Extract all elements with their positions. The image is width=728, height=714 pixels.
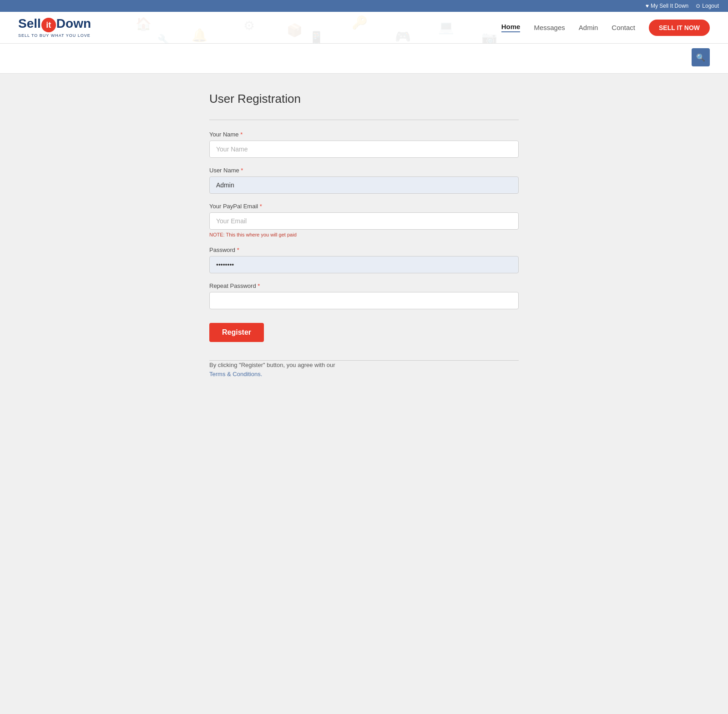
repeat-password-input[interactable] [209, 292, 519, 309]
paypal-note: NOTE: This this where you will get paid [209, 232, 519, 237]
register-button[interactable]: Register [209, 323, 264, 342]
paypal-email-input[interactable] [209, 212, 519, 230]
header-bg-icons: 🏠 🔔 ⚙ 📱 🔑 🎮 💻 📷 🔧 📦 [114, 12, 546, 43]
required-star-2: * [239, 167, 243, 174]
registration-form-container: User Registration Your Name * User Name … [209, 92, 519, 378]
logo-sell: Sell [18, 16, 41, 30]
nav-home[interactable]: Home [501, 23, 521, 32]
main-nav: Home Messages Admin Contact SELL IT NOW [501, 20, 710, 36]
required-star-3: * [258, 203, 262, 210]
password-input[interactable] [209, 256, 519, 273]
repeat-password-group: Repeat Password * [209, 282, 519, 309]
your-name-label: Your Name * [209, 131, 519, 138]
password-label: Password * [209, 246, 519, 253]
user-name-group: User Name * [209, 167, 519, 194]
terms-section: By clicking "Register" button, you agree… [209, 361, 519, 378]
user-name-input[interactable] [209, 176, 519, 194]
user-name-label: User Name * [209, 167, 519, 174]
form-top-divider [209, 120, 519, 120]
logo-it: it [41, 18, 56, 32]
logo-tagline: SELL TO BUY WHAT YOU LOVE [18, 33, 91, 38]
header: SellitDown SELL TO BUY WHAT YOU LOVE 🏠 🔔… [0, 12, 728, 44]
heart-icon: ♥ [646, 3, 649, 9]
logo-down: Down [56, 16, 91, 30]
nav-messages[interactable]: Messages [534, 24, 565, 31]
logout-icon: ⊙ [696, 3, 700, 9]
terms-link[interactable]: Terms & Conditions. [209, 371, 262, 377]
required-star-5: * [256, 282, 260, 289]
search-icon: 🔍 [696, 53, 705, 62]
paypal-email-label: Your PayPal Email * [209, 203, 519, 210]
search-button[interactable]: 🔍 [692, 48, 710, 66]
required-star-4: * [235, 246, 239, 253]
password-group: Password * [209, 246, 519, 273]
repeat-password-label: Repeat Password * [209, 282, 519, 289]
logo[interactable]: SellitDown SELL TO BUY WHAT YOU LOVE [18, 17, 91, 38]
page-title: User Registration [209, 92, 519, 106]
nav-admin[interactable]: Admin [579, 24, 598, 31]
sell-it-now-button[interactable]: SELL IT NOW [649, 20, 710, 36]
my-sell-it-down-link[interactable]: ♥ My Sell It Down [646, 3, 688, 9]
search-bar-area: 🔍 [0, 44, 728, 74]
top-bar: ♥ My Sell It Down ⊙ Logout [0, 0, 728, 12]
main-content: User Registration Your Name * User Name … [0, 74, 728, 397]
your-name-group: Your Name * [209, 131, 519, 158]
your-name-input[interactable] [209, 141, 519, 158]
nav-contact[interactable]: Contact [612, 24, 635, 31]
required-star: * [239, 131, 243, 138]
logout-link[interactable]: ⊙ Logout [696, 3, 719, 9]
paypal-email-group: Your PayPal Email * NOTE: This this wher… [209, 203, 519, 237]
